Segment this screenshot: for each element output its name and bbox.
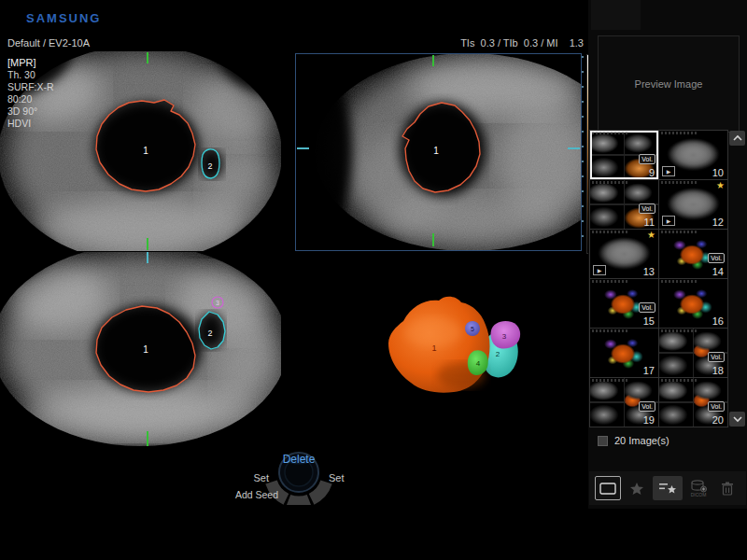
vol-badge: Vol. [708,401,725,412]
vol-badge: Vol. [708,352,725,362]
mpr-quadrant-b-selected[interactable]: 1 [295,53,582,251]
axis-tick-green [147,238,148,250]
render-label-5: 5 [471,326,474,332]
thumb-number: 12 [712,217,724,228]
thumb-number: 10 [712,167,724,178]
preview-image-panel: Preview Image [598,35,740,133]
thumb-number: 15 [643,315,655,327]
contour-label-1: 1 [433,146,439,156]
probe-preset-label: Default / EV2-10A [7,37,90,49]
thumb-meta-text [592,231,629,233]
axis-tick-green [432,55,434,66]
thumbnail-18[interactable]: Vol.18 [659,329,727,377]
thumb-number: 14 [712,266,724,277]
dial-set-left-button[interactable]: Set [233,472,269,483]
dial-segment-bottom[interactable] [289,500,309,502]
thumb-number: 16 [712,315,724,327]
thumbnail-16[interactable]: 16 [659,279,727,328]
thumb-meta-text [592,329,629,332]
thumb-number: 20 [712,414,724,426]
axis-tick-cyan [568,147,580,149]
axis-tick-green [432,233,434,246]
thumb-meta-text [661,379,698,382]
thumbnail-14[interactable]: Vol.14 [659,230,727,278]
thumb-number: 11 [644,217,655,228]
vol-badge: Vol. [639,302,655,313]
chevron-up-icon [734,136,741,140]
dicom-send-icon [690,480,707,493]
contour-label-2: 2 [207,329,212,338]
vol-badge: Vol. [639,401,655,412]
annotation-line: 3D 90° [7,105,54,118]
annotation-line: 80:20 [7,93,54,105]
contour-label-2: 2 [207,161,212,171]
samsung-logo: SAMSUNG [26,11,101,25]
dial-delete-button[interactable]: Delete [233,453,364,466]
contour-label-3: 3 [216,300,219,306]
thumbnail-19[interactable]: Vol.19 [590,378,658,427]
single-view-button[interactable] [595,476,621,500]
scroll-down-button[interactable] [729,412,745,427]
render-label-1: 1 [431,343,436,353]
dicom-icon-label: DICOM [691,493,707,497]
cine-play-icon[interactable]: ▶ [662,216,675,226]
dial-add-seed-button[interactable]: Add Seed [233,489,278,500]
favorite-button[interactable] [624,476,650,500]
cine-play-icon[interactable]: ▶ [593,265,606,275]
mpr-annotation-block: [MPR] Th. 30 SURF:X-R 80:20 3D 90° HDVI [7,57,54,130]
select-all-checkbox[interactable] [598,436,608,446]
thumb-number: 9 [649,167,655,178]
thumbnail-grid: Vol.9▶10Vol.11★▶12★▶13Vol.14Vol.151617Vo… [589,130,728,427]
thumbnail-9[interactable]: Vol.9 [590,131,658,179]
render-quadrant-3d[interactable]: 1 2 3 4 5 [295,252,582,457]
chevron-down-icon [734,417,741,421]
thumbnail-12[interactable]: ★▶12 [659,180,727,229]
axis-tick-green [147,52,148,63]
thumb-meta-text [592,181,629,184]
thumb-number: 17 [643,365,655,376]
contour-label-1: 1 [143,146,148,156]
preview-image-label: Preview Image [635,78,703,90]
dial-set-right-button[interactable]: Set [329,472,364,483]
thumb-meta-text [661,231,698,233]
scroll-up-button[interactable] [729,131,745,146]
render-label-2: 2 [496,350,500,358]
thumbnail-20[interactable]: Vol.20 [659,378,727,427]
thumb-meta-text [661,329,698,332]
image-count-label: 20 Image(s) [614,435,669,446]
thumbnail-10[interactable]: ▶10 [659,131,727,179]
thumbnail-11[interactable]: Vol.11 [590,180,658,229]
thumb-meta-text [592,132,629,134]
thumb-meta-text [592,280,629,283]
cine-play-icon[interactable]: ▶ [662,166,675,176]
annotation-line: Th. 30 [7,69,54,81]
image-count-row: 20 Image(s) [598,435,669,446]
annotation-line: SURF:X-R [7,81,54,93]
vol-badge: Vol. [639,203,655,214]
star-icon [629,482,644,496]
ti-mi-readout: TIs 0.3 / TIb 0.3 / MI 1.3 [402,37,584,49]
thumb-number: 18 [712,365,724,376]
axis-tick-cyan [147,252,148,263]
favorite-star-icon: ★ [716,180,725,190]
app-window: SAMSUNG Default / EV2-10A TIs 0.3 / TIb … [0,0,747,560]
thumbnail-15[interactable]: Vol.15 [590,279,658,328]
single-view-icon [599,483,616,495]
delete-image-button[interactable] [714,476,740,500]
filter-starred-icon [658,482,677,495]
annotation-line: HDVI [7,118,54,130]
thumb-meta-text [661,280,698,283]
trackball-softkey-dial: Delete Set Set Add Seed [233,447,364,505]
thumbnail-13[interactable]: ★▶13 [590,230,658,278]
thumb-meta-text [661,132,698,134]
axis-tick-green [147,431,148,446]
thumb-number: 19 [643,414,655,426]
axis-tick-cyan [297,147,309,149]
thumb-number: 13 [643,266,655,277]
dicom-send-button[interactable]: DICOM [685,476,712,500]
render-label-4: 4 [476,359,481,368]
thumb-meta-text [592,379,629,382]
filter-starred-button[interactable] [653,476,683,500]
mpr-quadrant-c[interactable]: 1 2 3 [0,252,281,457]
thumbnail-17[interactable]: 17 [590,329,658,377]
